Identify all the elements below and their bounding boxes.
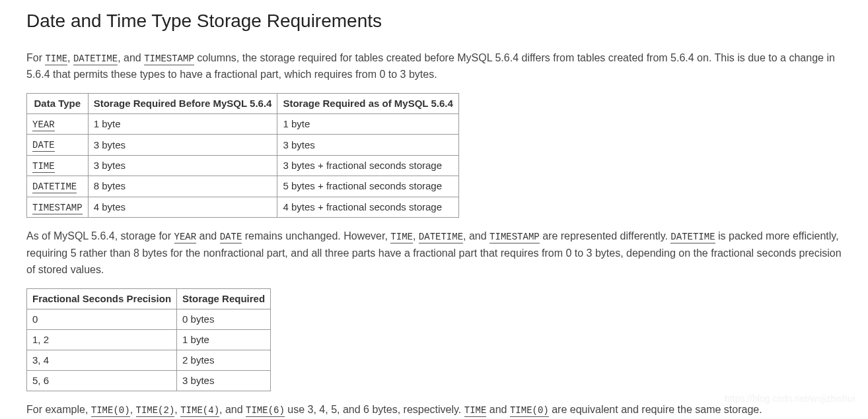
cell: 3 bytes — [88, 155, 277, 176]
table-row: YEAR1 byte1 byte — [27, 113, 459, 134]
cell: 3 bytes — [277, 135, 458, 155]
cell: 4 bytes + fractional seconds storage — [277, 197, 458, 217]
code-time2: TIME(2) — [136, 405, 175, 417]
table-row: TIMESTAMP4 bytes4 bytes + fractional sec… — [27, 197, 459, 217]
code-time6: TIME(6) — [246, 405, 285, 417]
table-row: 1, 21 byte — [27, 329, 271, 350]
code-time4: TIME(4) — [180, 405, 219, 417]
explanation-paragraph: As of MySQL 5.6.4, storage for YEAR and … — [26, 228, 842, 278]
text: , — [174, 404, 180, 415]
code-time0: TIME(0) — [91, 405, 130, 417]
text: For — [26, 52, 45, 63]
table-header-row: Fractional Seconds Precision Storage Req… — [27, 288, 271, 309]
cell: 1 byte — [277, 113, 458, 134]
text: use 3, 4, 5, and 6 bytes, respectively. — [285, 404, 464, 415]
text: As of MySQL 5.6.4, storage for — [26, 230, 174, 242]
text: and — [196, 230, 220, 242]
cell: 5 bytes + fractional seconds storage — [277, 176, 458, 197]
code-time: TIME — [390, 232, 413, 243]
col-header: Fractional Seconds Precision — [27, 288, 177, 309]
cell: 1 byte — [177, 329, 271, 350]
cell: 0 — [27, 309, 177, 329]
col-header: Storage Required as of MySQL 5.6.4 — [277, 93, 458, 113]
code-year: YEAR — [174, 232, 197, 243]
code-time: TIME — [45, 53, 67, 65]
cell: 8 bytes — [88, 176, 277, 197]
table-row: 3, 42 bytes — [27, 350, 271, 370]
table-row: 5, 63 bytes — [27, 370, 271, 391]
code-date: DATE — [220, 232, 242, 243]
code-datetime: DATETIME — [73, 53, 118, 65]
text: remains unchanged. However, — [242, 230, 390, 242]
fractional-table: Fractional Seconds Precision Storage Req… — [26, 288, 271, 391]
intro-paragraph: For TIME, DATETIME, and TIMESTAMP column… — [26, 49, 842, 83]
code-time: TIME — [464, 405, 487, 417]
storage-table: Data Type Storage Required Before MySQL … — [26, 93, 459, 218]
text: and — [486, 404, 510, 415]
table-row: 00 bytes — [27, 309, 271, 329]
type-code: YEAR — [32, 119, 55, 131]
type-code: TIME — [32, 161, 55, 173]
table-row: DATE3 bytes3 bytes — [27, 135, 459, 155]
code-timestamp: TIMESTAMP — [144, 53, 194, 65]
text: For example, — [26, 404, 91, 415]
code-datetime: DATETIME — [419, 232, 463, 243]
cell: 4 bytes — [88, 197, 277, 217]
cell: 5, 6 — [27, 370, 177, 391]
cell: 1, 2 — [27, 329, 177, 350]
text: , and — [463, 230, 489, 242]
cell: 3, 4 — [27, 350, 177, 370]
cell: 0 bytes — [177, 309, 271, 329]
page-title: Date and Time Type Storage Requirements — [26, 7, 842, 36]
cell: 3 bytes — [177, 370, 271, 391]
code-datetime: DATETIME — [670, 232, 715, 243]
text: , — [413, 230, 419, 242]
type-code: DATE — [32, 140, 55, 152]
text: are equivalent and require the same stor… — [549, 404, 762, 415]
code-timestamp: TIMESTAMP — [489, 232, 540, 243]
cell: 2 bytes — [177, 350, 271, 370]
text: , and — [118, 52, 144, 63]
code-time0: TIME(0) — [510, 405, 549, 417]
table-header-row: Data Type Storage Required Before MySQL … — [27, 93, 459, 113]
text: , — [67, 52, 73, 63]
cell: 3 bytes + fractional seconds storage — [277, 155, 458, 176]
col-header: Storage Required — [177, 288, 271, 309]
col-header: Storage Required Before MySQL 5.6.4 — [88, 93, 277, 113]
text: , — [130, 404, 136, 415]
type-code: TIMESTAMP — [32, 203, 83, 214]
text: , and — [219, 404, 246, 415]
text: are represented differently. — [540, 230, 671, 242]
table-row: DATETIME8 bytes5 bytes + fractional seco… — [27, 176, 459, 197]
col-header: Data Type — [27, 93, 89, 113]
example-paragraph: For example, TIME(0), TIME(2), TIME(4), … — [26, 401, 842, 418]
cell: 1 byte — [88, 113, 277, 134]
cell: 3 bytes — [88, 135, 277, 155]
table-row: TIME3 bytes3 bytes + fractional seconds … — [27, 155, 459, 176]
type-code: DATETIME — [32, 181, 77, 193]
